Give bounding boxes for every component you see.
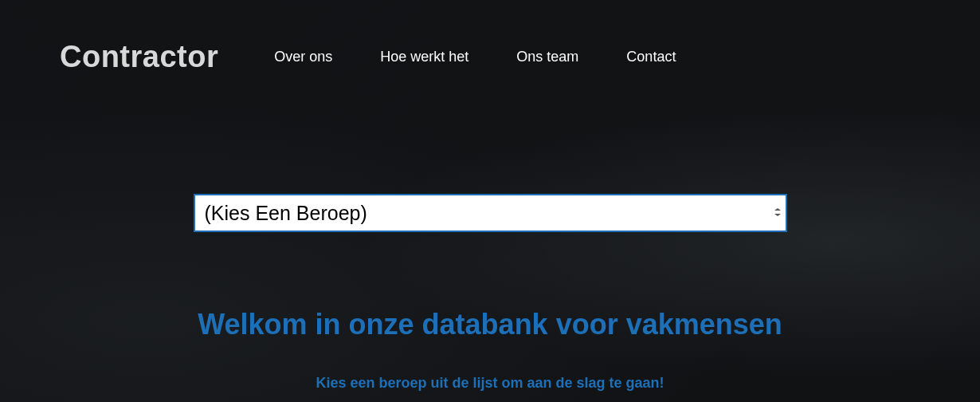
profession-select-wrapper: (Kies Een Beroep) — [194, 194, 787, 232]
main-nav: Over ons Hoe werkt het Ons team Contact — [274, 49, 676, 65]
main-content: (Kies Een Beroep) Welkom in onze databan… — [0, 74, 980, 392]
hero-title: Welkom in onze databank voor vakmensen — [198, 308, 782, 341]
hero-subtitle: Kies een beroep uit de lijst om aan de s… — [316, 375, 664, 392]
nav-item-over-ons[interactable]: Over ons — [274, 49, 332, 65]
profession-select[interactable]: (Kies Een Beroep) — [195, 195, 786, 231]
nav-item-contact[interactable]: Contact — [626, 49, 676, 65]
nav-item-ons-team[interactable]: Ons team — [516, 49, 578, 65]
nav-item-hoe-werkt-het[interactable]: Hoe werkt het — [380, 49, 468, 65]
header: Contractor Over ons Hoe werkt het Ons te… — [0, 0, 980, 74]
brand-logo[interactable]: Contractor — [60, 40, 218, 74]
